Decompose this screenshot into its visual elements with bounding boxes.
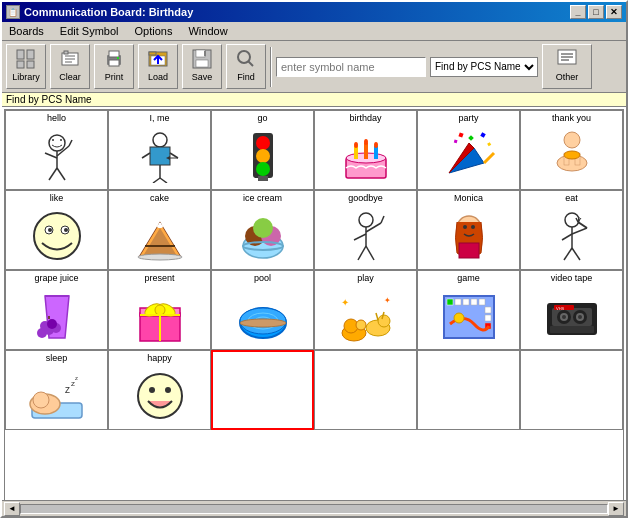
cell-goodbye[interactable]: goodbye (314, 190, 417, 270)
scrollbar-track[interactable] (20, 504, 608, 514)
title-bar: 📋 Communication Board: Birthday _ □ ✕ (2, 2, 626, 22)
cell-hello-label: hello (47, 113, 66, 123)
svg-rect-65 (453, 140, 457, 144)
svg-line-91 (381, 216, 384, 223)
svg-rect-14 (149, 52, 156, 55)
other-button[interactable]: Other (542, 44, 592, 89)
cell-monica[interactable]: Monica (417, 190, 520, 270)
svg-rect-18 (196, 50, 205, 57)
cell-present-label: present (144, 273, 174, 283)
cell-like[interactable]: like (5, 190, 108, 270)
svg-rect-11 (109, 60, 119, 66)
svg-line-102 (578, 222, 587, 228)
svg-point-132 (378, 315, 390, 327)
clear-icon (58, 47, 82, 71)
svg-rect-8 (64, 51, 68, 54)
cell-present-image (111, 284, 208, 347)
svg-rect-20 (204, 51, 206, 56)
search-input[interactable] (276, 57, 426, 77)
scroll-right-button[interactable]: ► (608, 502, 624, 516)
svg-point-55 (354, 142, 358, 148)
find-icon (234, 47, 258, 71)
cell-go[interactable]: go (211, 110, 314, 190)
svg-point-85 (253, 218, 273, 238)
tooltip-bar: Find by PCS Name (2, 93, 626, 107)
cell-game-label: game (457, 273, 480, 283)
svg-line-90 (366, 223, 381, 232)
svg-point-71 (34, 213, 80, 259)
cell-party-label: party (458, 113, 478, 123)
cell-empty-6[interactable] (520, 350, 623, 430)
print-icon (102, 47, 126, 71)
svg-rect-19 (196, 60, 208, 67)
cell-empty-selected[interactable] (211, 350, 314, 430)
svg-point-47 (256, 149, 270, 163)
cell-play-image: ✦ ✦ (317, 284, 414, 347)
menu-options[interactable]: Options (132, 24, 176, 38)
cell-eat[interactable]: eat (520, 190, 623, 270)
svg-point-160 (33, 392, 49, 408)
board-grid: hello (4, 109, 624, 500)
svg-point-46 (256, 136, 270, 150)
cell-party[interactable]: party (417, 110, 520, 190)
cell-cake[interactable]: cake (108, 190, 211, 270)
cell-hello-image (8, 124, 105, 187)
minimize-button[interactable]: _ (570, 5, 586, 19)
close-button[interactable]: ✕ (606, 5, 622, 19)
cell-happy-label: happy (147, 353, 172, 363)
cell-sleep-label: sleep (46, 353, 68, 363)
svg-rect-138 (447, 299, 453, 305)
menu-bar: Boards Edit Symbol Options Window (2, 22, 626, 41)
cell-play[interactable]: play ✦ ✦ (314, 270, 417, 350)
clear-button[interactable]: Clear (50, 44, 90, 89)
svg-text:VHS: VHS (556, 306, 565, 311)
svg-line-92 (358, 246, 366, 260)
cell-empty-5[interactable] (417, 350, 520, 430)
menu-edit-symbol[interactable]: Edit Symbol (57, 24, 122, 38)
cell-i-me-image (111, 124, 208, 187)
cell-party-image (420, 124, 517, 187)
cell-happy[interactable]: happy (108, 350, 211, 430)
scroll-left-button[interactable]: ◄ (4, 502, 20, 516)
svg-rect-63 (480, 132, 485, 137)
find-button[interactable]: Find (226, 44, 266, 89)
cell-pool-image (214, 284, 311, 347)
cell-grape-juice[interactable]: grape juice (5, 270, 108, 350)
svg-point-27 (49, 135, 65, 151)
print-button[interactable]: Print (94, 44, 134, 89)
svg-line-60 (484, 153, 494, 163)
cell-pool[interactable]: pool (211, 270, 314, 350)
cell-ice-cream-label: ice cream (243, 193, 282, 203)
svg-rect-2 (17, 61, 24, 68)
library-icon (14, 47, 38, 71)
maximize-button[interactable]: □ (588, 5, 604, 19)
cell-go-image (214, 124, 311, 187)
svg-point-34 (52, 139, 54, 141)
save-icon (190, 47, 214, 71)
cell-empty-4[interactable] (314, 350, 417, 430)
cell-happy-image (111, 364, 208, 427)
save-button[interactable]: Save (182, 44, 222, 89)
window-title: Communication Board: Birthday (24, 6, 193, 18)
cell-like-image (8, 204, 105, 267)
cell-hello[interactable]: hello (5, 110, 108, 190)
cell-i-me[interactable]: I, me (108, 110, 211, 190)
svg-point-130 (356, 320, 366, 330)
library-button[interactable]: Library (6, 44, 46, 89)
cell-sleep[interactable]: sleep z z z (5, 350, 108, 430)
menu-boards[interactable]: Boards (6, 24, 47, 38)
svg-line-33 (57, 168, 65, 180)
cell-ice-cream[interactable]: ice cream (211, 190, 314, 270)
cell-cake-image (111, 204, 208, 267)
cell-thank-you[interactable]: thank you (520, 110, 623, 190)
search-area: Find by PCS Name Other (276, 44, 622, 89)
svg-line-100 (562, 234, 572, 240)
cell-thank-you-image (523, 124, 620, 187)
search-dropdown[interactable]: Find by PCS Name (430, 57, 538, 77)
cell-present[interactable]: present (108, 270, 211, 350)
cell-birthday[interactable]: birthday (314, 110, 417, 190)
cell-game[interactable]: game (417, 270, 520, 350)
cell-video-tape[interactable]: video tape (520, 270, 623, 350)
menu-window[interactable]: Window (185, 24, 230, 38)
load-button[interactable]: Load (138, 44, 178, 89)
